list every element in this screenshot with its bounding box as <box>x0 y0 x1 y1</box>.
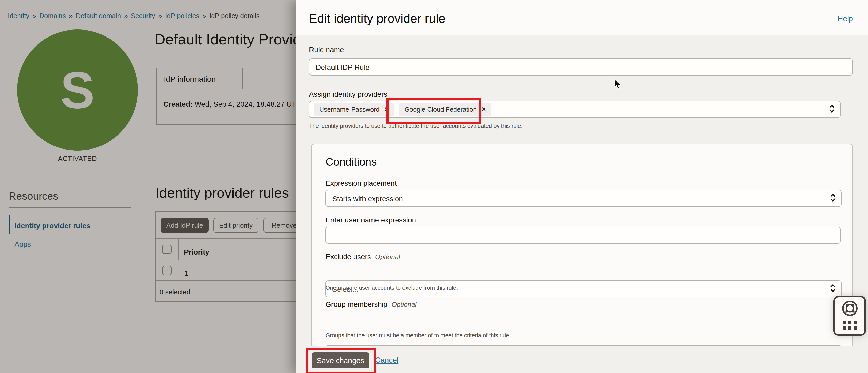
optional-badge: Optional <box>392 300 417 308</box>
exclude-users-label-row: Exclude users Optional <box>326 253 400 261</box>
select-arrows-icon[interactable] <box>830 284 836 294</box>
tag-username-password[interactable]: Username-Password ✕ <box>314 103 394 116</box>
drawer-footer: Save changes Cancel <box>296 346 868 373</box>
cancel-link[interactable]: Cancel <box>375 356 398 364</box>
expression-placement-label: Expression placement <box>326 179 397 187</box>
select-arrows-icon[interactable] <box>830 193 836 204</box>
expression-placement-select[interactable]: Starts with expression <box>326 190 842 207</box>
help-link[interactable]: Help <box>838 15 853 23</box>
mouse-cursor <box>614 79 622 92</box>
drawer-content: Rule name Assign identity providers User… <box>296 35 868 346</box>
rule-name-input[interactable] <box>309 58 853 76</box>
remove-tag-icon[interactable]: ✕ <box>384 106 389 113</box>
username-expression-input[interactable] <box>326 227 841 244</box>
group-membership-label-row: Group membership Optional <box>326 300 417 308</box>
drawer-title: Edit identity provider rule <box>309 11 445 26</box>
conditions-section: Conditions Expression placement Starts w… <box>311 144 853 346</box>
drawer-header: Edit identity provider rule Help <box>296 0 868 35</box>
help-widget[interactable] <box>833 296 866 336</box>
exclude-users-helper: One or more user accounts to exclude fro… <box>326 285 458 291</box>
group-membership-label: Group membership <box>326 300 388 308</box>
assign-idp-label: Assign identity providers <box>309 90 388 98</box>
expression-placement-value: Starts with expression <box>326 194 403 203</box>
assign-idp-helper: The identity providers to use to authent… <box>309 123 523 129</box>
select-arrows-icon[interactable] <box>829 104 835 115</box>
optional-badge: Optional <box>375 253 400 261</box>
tag-label: Google Cloud Federation <box>405 106 476 113</box>
username-expression-label: Enter user name expression <box>326 216 416 224</box>
remove-tag-icon[interactable]: ✕ <box>481 106 486 113</box>
edit-rule-drawer: Edit identity provider rule Help Rule na… <box>296 0 868 373</box>
save-changes-button[interactable]: Save changes <box>312 352 369 368</box>
exclude-users-label: Exclude users <box>326 253 371 261</box>
conditions-heading: Conditions <box>326 156 377 168</box>
group-membership-helper: Groups that the user must be a member of… <box>326 332 511 338</box>
tag-label: Username-Password <box>319 106 379 113</box>
assign-idp-select[interactable]: Username-Password ✕ Google Cloud Federat… <box>309 101 841 118</box>
app-grid-icon[interactable] <box>842 321 858 333</box>
rule-name-label: Rule name <box>309 46 344 54</box>
tag-google-cloud-federation[interactable]: Google Cloud Federation ✕ <box>399 103 491 116</box>
life-ring-icon[interactable] <box>841 299 859 319</box>
